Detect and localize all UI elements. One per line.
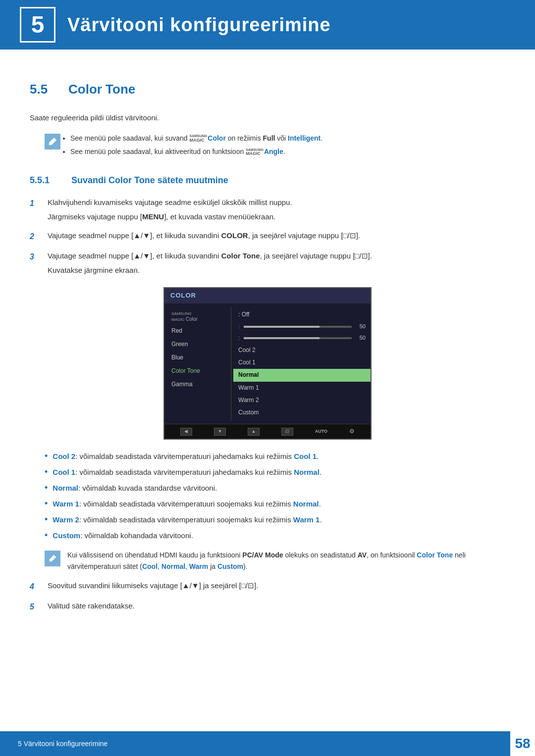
- nav-gear-icon[interactable]: ⚙: [349, 427, 355, 436]
- menu-title-bar: COLOR: [164, 288, 371, 303]
- steps-list: 1 Klahvijuhendi kuvamiseks vajutage sead…: [30, 197, 505, 276]
- nav-btn-down[interactable]: ▼: [214, 428, 226, 436]
- monitor-menu-wrapper: COLOR SAMSUNGMAGIC Color Red Green Blue …: [30, 287, 505, 440]
- step-5-num: 5: [30, 601, 44, 613]
- option-cool2-text: Cool 2: võimaldab seadistada värvitemper…: [53, 451, 505, 462]
- menu-divider-v: [231, 306, 231, 421]
- note-item-1: See menüü pole saadaval, kui suvand SAMS…: [70, 133, 322, 144]
- bullet-normal: •: [45, 482, 48, 494]
- pencil-icon-svg: [48, 554, 57, 563]
- samsung-magic-angle-label: SAMSUNGMAGIC: [246, 148, 264, 157]
- option-normal-item: • Normal: võimaldab kuvada standardse vä…: [45, 482, 505, 494]
- step-3-content: Vajutage seadmel nuppe [▲/▼], et liikuda…: [48, 250, 505, 276]
- menu-left: SAMSUNGMAGIC Color Red Green Blue Color …: [164, 306, 229, 421]
- footer-page-number: 58: [515, 733, 530, 755]
- menu-body: SAMSUNGMAGIC Color Red Green Blue Color …: [164, 303, 371, 424]
- step-1-sub: Järgmiseks vajutage nuppu [MENU], et kuv…: [48, 211, 505, 223]
- bullet-warm2: •: [45, 514, 48, 525]
- menu-item-green: Green: [164, 338, 229, 351]
- info-note: Kui välissisend on ühendatud HDMI kaudu …: [45, 550, 505, 572]
- subsection-number: 5.5.1: [30, 173, 64, 188]
- menu-item-red: Red: [164, 324, 229, 338]
- pencil-icon-box: [45, 551, 60, 566]
- bullet-cool1: •: [45, 466, 48, 478]
- slider-red: : 50: [233, 321, 371, 333]
- step-4: 4 Soovitud suvandini liikumiseks vajutag…: [30, 580, 505, 593]
- samsung-magic-color-label: SAMSUNGMAGIC: [190, 134, 208, 143]
- option-cool1: Cool 1: [233, 356, 371, 369]
- step-3-sub: Kuvatakse järgmine ekraan.: [48, 264, 505, 276]
- step-4-num: 4: [30, 580, 44, 593]
- bullet-custom: •: [45, 530, 48, 541]
- full-text: Full: [263, 134, 275, 142]
- slider-bar-red: [244, 326, 352, 328]
- slider-fill-green: [244, 337, 320, 339]
- options-list: • Cool 2: võimaldab seadistada värvitemp…: [45, 451, 505, 542]
- step-3-num: 3: [30, 251, 44, 263]
- steps-list-late: 4 Soovitud suvandini liikumiseks vajutag…: [30, 580, 505, 613]
- section-heading: 5.5 Color Tone: [30, 79, 505, 100]
- section-number: 5.5: [30, 79, 59, 100]
- option-cool2: Cool 2: [233, 344, 371, 356]
- chapter-banner: 5 Värvitooni konfigureerimine: [0, 0, 535, 50]
- nav-btn-enter[interactable]: ⊡: [281, 428, 293, 436]
- menu-item-color-tone: Color Tone: [164, 364, 229, 378]
- step-3: 3 Vajutage seadmel nuppe [▲/▼], et liiku…: [30, 250, 505, 276]
- note-icon: [45, 134, 60, 150]
- menu-nav-bar: ◀ ▼ ▲ ⊡ AUTO ⚙: [164, 424, 371, 439]
- slider-fill-red: [244, 326, 320, 328]
- pencil-svg-icon: [48, 137, 57, 147]
- bullet-warm1: •: [45, 498, 48, 509]
- step-2-num: 2: [30, 230, 44, 243]
- step-3-color-tone: Color Tone: [221, 252, 260, 260]
- option-warm1: Warm 1: [233, 382, 371, 394]
- subsection-heading: 5.5.1 Suvandi Color Tone sätete muutmine: [30, 173, 505, 188]
- chapter-number-box: 5: [20, 7, 55, 43]
- option-cool1-text: Cool 1: võimaldab seadistada värvitemper…: [53, 466, 505, 478]
- step-1-content: Klahvijuhendi kuvamiseks vajutage seadme…: [48, 197, 505, 223]
- subsection-title: Suvandi Color Tone sätete muutmine: [71, 173, 228, 188]
- option-cool2-item: • Cool 2: võimaldab seadistada värvitemp…: [45, 451, 505, 462]
- step-1: 1 Klahvijuhendi kuvamiseks vajutage sead…: [30, 197, 505, 223]
- option-warm1-item: • Warm 1: võimaldab seadistada värvitemp…: [45, 498, 505, 510]
- nav-auto-text[interactable]: AUTO: [315, 428, 327, 435]
- page-footer: 5 Värvitooni konfigureerimine 58: [0, 731, 535, 756]
- option-warm2-text: Warm 2: võimaldab seadistada värvitemper…: [53, 514, 505, 526]
- chapter-number: 5: [31, 6, 45, 44]
- section-title: Color Tone: [68, 79, 135, 100]
- monitor-menu: COLOR SAMSUNGMAGIC Color Red Green Blue …: [163, 287, 372, 440]
- step-2: 2 Vajutage seadmel nuppe [▲/▼], et liiku…: [30, 230, 505, 243]
- main-content: 5.5 Color Tone Saate reguleerida pildi ü…: [0, 50, 535, 659]
- menu-off-value: : Off: [233, 308, 371, 321]
- step-4-content: Soovitud suvandini liikumiseks vajutage …: [48, 580, 505, 592]
- intelligent-text: Intelligent: [288, 134, 321, 142]
- option-custom-text: Custom: võimaldab kohandada värvitooni.: [53, 530, 505, 542]
- step-1-num: 1: [30, 197, 44, 210]
- step-5-content: Valitud säte rakendatakse.: [48, 600, 505, 612]
- footer-page-num-box: 58: [510, 731, 535, 756]
- step-2-color: COLOR: [221, 231, 248, 240]
- note-item-2: See menüü pole saadaval, kui aktiveeritu…: [70, 146, 322, 157]
- note-block: See menüü pole saadaval, kui suvand SAMS…: [45, 133, 505, 160]
- slider-green: : 50: [233, 332, 371, 344]
- magic-angle-text: Angle: [264, 148, 283, 155]
- step-5: 5 Valitud säte rakendatakse.: [30, 600, 505, 613]
- option-custom-item: • Custom: võimaldab kohandada värvitooni…: [45, 530, 505, 542]
- nav-btn-up[interactable]: ▲: [248, 428, 260, 436]
- option-warm1-text: Warm 1: võimaldab seadistada värvitemper…: [53, 498, 505, 510]
- chapter-title: Värvitooni konfigureerimine: [67, 10, 331, 40]
- slider-val-green: 50: [356, 334, 366, 343]
- option-normal-text: Normal: võimaldab kuvada standardse värv…: [53, 482, 505, 494]
- info-note-text: Kui välissisend on ühendatud HDMI kaudu …: [67, 550, 505, 572]
- nav-btn-left[interactable]: ◀: [180, 428, 192, 436]
- step-2-content: Vajutage seadmel nuppe [▲/▼], et liikuda…: [48, 230, 505, 242]
- option-warm2: Warm 2: [233, 394, 371, 406]
- slider-val-red: 50: [356, 322, 366, 331]
- menu-item-blue: Blue: [164, 351, 229, 364]
- menu-right: : Off : 50 : 50 Cool 2 Cool 1 Normal: [233, 306, 371, 421]
- menu-item-gamma: Gamma: [164, 378, 229, 391]
- intro-text: Saate reguleerida pildi üldist värvitoon…: [30, 112, 505, 124]
- slider-bar-green: [244, 337, 352, 339]
- option-cool1-item: • Cool 1: võimaldab seadistada värvitemp…: [45, 466, 505, 478]
- footer-chapter-text: 5 Värvitooni konfigureerimine: [18, 738, 107, 749]
